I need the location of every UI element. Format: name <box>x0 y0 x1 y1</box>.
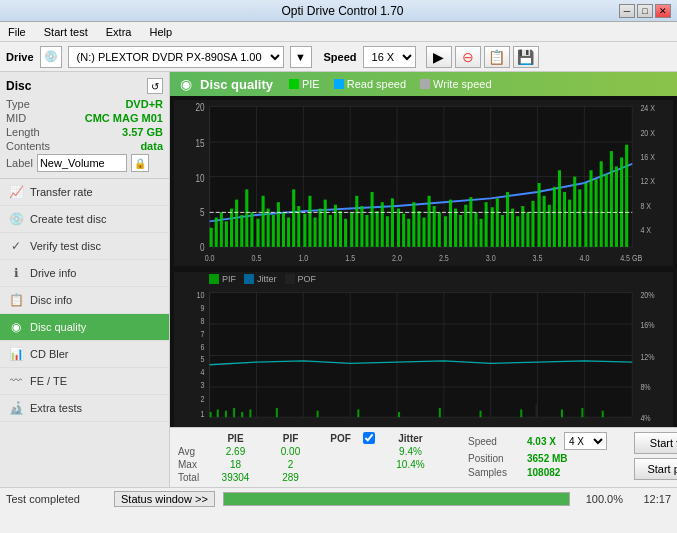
svg-rect-89 <box>584 183 587 247</box>
disc-type-row: Type DVD+R <box>6 98 163 110</box>
status-progress-container <box>223 492 570 506</box>
total-pie: 39304 <box>208 472 263 483</box>
svg-rect-140 <box>233 408 235 417</box>
drive-eject-icon[interactable]: 💿 <box>40 46 62 68</box>
sidebar-item-disc-quality[interactable]: ◉ Disc quality <box>0 314 169 341</box>
sidebar-item-disc-info-label: Disc info <box>30 294 72 306</box>
menu-help[interactable]: Help <box>145 24 176 40</box>
svg-rect-73 <box>501 215 504 247</box>
svg-text:1.5: 1.5 <box>345 253 355 263</box>
svg-text:0.0: 0.0 <box>205 253 215 263</box>
svg-text:1.0: 1.0 <box>298 425 308 427</box>
svg-text:3.5: 3.5 <box>533 253 543 263</box>
svg-rect-79 <box>531 201 534 247</box>
svg-text:2: 2 <box>201 394 205 404</box>
pof-legend-label: POF <box>298 274 317 284</box>
svg-rect-90 <box>589 170 592 247</box>
legend-write: Write speed <box>420 78 492 90</box>
drivebar: Drive 💿 (N:) PLEXTOR DVDR PX-890SA 1.00 … <box>0 42 677 72</box>
svg-rect-151 <box>561 409 563 417</box>
menubar: File Start test Extra Help <box>0 22 677 42</box>
svg-rect-65 <box>459 215 462 247</box>
svg-rect-95 <box>615 166 618 246</box>
drive-play-button[interactable]: ▶ <box>426 46 452 68</box>
jitter-checkbox[interactable] <box>363 432 375 444</box>
close-button[interactable]: ✕ <box>655 4 671 18</box>
disc-title: Disc <box>6 79 31 93</box>
sidebar-item-drive-info[interactable]: ℹ Drive info <box>0 260 169 287</box>
svg-rect-54 <box>402 214 405 247</box>
legend-read-dot <box>334 79 344 89</box>
svg-rect-88 <box>578 189 581 246</box>
sidebar-item-disc-info[interactable]: 📋 Disc info <box>0 287 169 314</box>
start-full-button[interactable]: Start full <box>634 432 677 454</box>
svg-text:4: 4 <box>201 367 205 377</box>
menu-file[interactable]: File <box>4 24 30 40</box>
disc-info-icon: 📋 <box>8 292 24 308</box>
svg-text:3.5: 3.5 <box>533 425 543 427</box>
sidebar-item-fe-te[interactable]: 〰 FE / TE <box>0 368 169 395</box>
svg-rect-43 <box>344 219 347 247</box>
pie-chart-container: 20 15 10 5 0 24 X 20 X 16 X 12 X 8 X 4 X… <box>174 100 673 266</box>
speed-stat-select[interactable]: 4 X8 X16 X <box>564 432 607 450</box>
disc-label-edit-button[interactable]: 🔒 <box>131 154 149 172</box>
drive-select[interactable]: (N:) PLEXTOR DVDR PX-890SA 1.00 <box>68 46 284 68</box>
sidebar-item-verify-test-disc[interactable]: ✓ Verify test disc <box>0 233 169 260</box>
menu-start-test[interactable]: Start test <box>40 24 92 40</box>
drive-erase-button[interactable]: ⊖ <box>455 46 481 68</box>
col-header-pof: POF <box>318 433 363 444</box>
sidebar-item-create-test-disc[interactable]: 💿 Create test disc <box>0 206 169 233</box>
drive-arrow-icon[interactable]: ▼ <box>290 46 312 68</box>
svg-rect-37 <box>314 218 317 247</box>
maximize-button[interactable]: □ <box>637 4 653 18</box>
legend-write-dot <box>420 79 430 89</box>
svg-rect-24 <box>245 189 248 246</box>
svg-rect-70 <box>485 202 488 247</box>
avg-jitter: 9.4% <box>383 446 438 457</box>
menu-extra[interactable]: Extra <box>102 24 136 40</box>
legend-read: Read speed <box>334 78 406 90</box>
svg-rect-74 <box>506 192 509 247</box>
legend-pie: PIE <box>289 78 320 90</box>
svg-rect-91 <box>595 179 598 247</box>
svg-text:8%: 8% <box>640 382 651 392</box>
minimize-button[interactable]: ─ <box>619 4 635 18</box>
svg-rect-62 <box>444 216 447 247</box>
svg-text:10: 10 <box>197 290 205 300</box>
svg-rect-39 <box>324 200 327 247</box>
svg-rect-87 <box>573 177 576 247</box>
status-time: 12:17 <box>631 493 671 505</box>
svg-rect-66 <box>464 205 467 247</box>
svg-rect-31 <box>282 212 285 246</box>
disc-length-row: Length 3.57 GB <box>6 126 163 138</box>
sidebar-item-cd-bler[interactable]: 📊 CD Bler <box>0 341 169 368</box>
sidebar-item-transfer-rate[interactable]: 📈 Transfer rate <box>0 179 169 206</box>
svg-text:1.5: 1.5 <box>345 425 355 427</box>
sidebar-item-drive-info-label: Drive info <box>30 267 76 279</box>
speed-select[interactable]: 16 X <box>363 46 416 68</box>
svg-rect-22 <box>235 200 238 247</box>
pif-legend-label: PIF <box>222 274 236 284</box>
disc-quality-header: ◉ Disc quality PIE Read speed Write spee… <box>170 72 677 96</box>
drive-copy-button[interactable]: 📋 <box>484 46 510 68</box>
svg-text:0: 0 <box>200 242 205 253</box>
total-label: Total <box>178 472 208 483</box>
pif-legend-dot <box>209 274 219 284</box>
svg-rect-51 <box>386 216 389 247</box>
disc-mid-value: CMC MAG M01 <box>85 112 163 124</box>
start-part-button[interactable]: Start part <box>634 458 677 480</box>
status-window-button[interactable]: Status window >> <box>114 491 215 507</box>
main-content: Disc ↺ Type DVD+R MID CMC MAG M01 Length… <box>0 72 677 487</box>
drive-save-button[interactable]: 💾 <box>513 46 539 68</box>
svg-rect-32 <box>287 218 290 247</box>
svg-rect-21 <box>230 209 233 247</box>
svg-rect-19 <box>220 212 223 246</box>
sidebar-item-extra-tests[interactable]: 🔬 Extra tests <box>0 395 169 422</box>
disc-label-label: Label <box>6 157 33 169</box>
speed-stat-label: Speed <box>468 436 523 447</box>
pie-chart: 20 15 10 5 0 24 X 20 X 16 X 12 X 8 X 4 X… <box>174 100 673 266</box>
svg-rect-83 <box>553 187 556 247</box>
disc-label-input[interactable] <box>37 154 127 172</box>
svg-rect-45 <box>355 196 358 247</box>
disc-refresh-button[interactable]: ↺ <box>147 78 163 94</box>
